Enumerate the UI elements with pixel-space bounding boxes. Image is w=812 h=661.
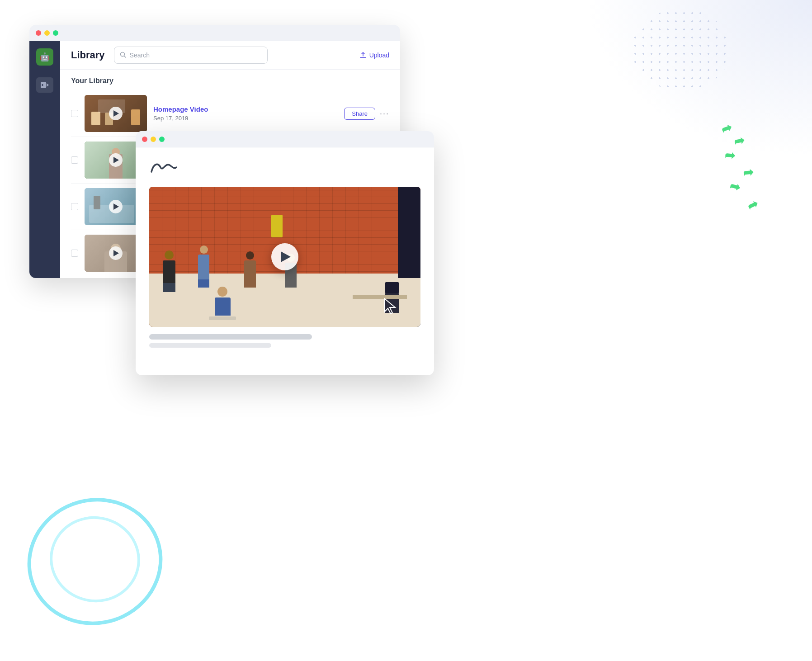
more-options-1[interactable]: ···: [380, 109, 389, 118]
yellow-cabinet: [271, 215, 283, 237]
decorative-arrows: ➦ ➦ ➦ ➦ ➦ ➦: [720, 118, 758, 212]
video-title-1[interactable]: Homepage Video: [153, 105, 338, 113]
video-info-1: Homepage Video Sep 17, 2019: [153, 105, 338, 122]
upload-button[interactable]: Upload: [359, 52, 389, 59]
front-dot-green: [159, 137, 165, 142]
video-actions-1: Share ···: [344, 108, 389, 120]
table: [353, 295, 407, 299]
share-button-1[interactable]: Share: [344, 108, 375, 120]
traffic-dot-green: [53, 30, 58, 36]
video-checkbox-1[interactable]: [71, 110, 78, 117]
section-title: Your Library: [71, 77, 389, 85]
svg-line-5: [124, 56, 126, 57]
app-header: Library Search Upload: [60, 41, 400, 70]
search-bar[interactable]: Search: [114, 47, 268, 64]
video-checkbox-3[interactable]: [71, 203, 78, 210]
search-icon: [120, 52, 126, 59]
traffic-dot-red: [36, 30, 41, 36]
brand-logo: [149, 158, 420, 179]
person-silhouette-1: [163, 250, 175, 292]
traffic-dot-yellow: [44, 30, 50, 36]
decorative-dots: [631, 9, 731, 90]
meta-line-2: [149, 343, 271, 348]
person-silhouette-5: [209, 287, 236, 320]
play-button-3[interactable]: [109, 200, 123, 213]
video-meta: [149, 334, 420, 348]
video-checkbox-4[interactable]: [71, 250, 78, 257]
dark-window: [398, 187, 420, 278]
page-title: Library: [71, 49, 105, 61]
front-dot-yellow: [151, 137, 156, 142]
app-logo: 🤖: [36, 48, 53, 66]
big-play-button[interactable]: [271, 243, 298, 270]
monitor: [385, 282, 399, 293]
big-play-triangle: [281, 251, 291, 262]
office-scene: [149, 187, 420, 327]
video-player-background: [149, 187, 420, 327]
video-player-browser-window: [136, 131, 434, 375]
front-dot-red: [142, 137, 147, 142]
video-checkbox-2[interactable]: [71, 156, 78, 164]
video-thumbnail-1[interactable]: [85, 95, 147, 132]
search-placeholder: Search: [130, 52, 150, 59]
meta-line-1: [149, 334, 312, 340]
video-item-1: Homepage Video Sep 17, 2019 Share ···: [71, 90, 389, 137]
svg-marker-1: [47, 83, 49, 87]
video-player[interactable]: [149, 187, 420, 327]
front-window-content: [136, 147, 434, 375]
person-silhouette-2: [198, 246, 209, 288]
video-date-1: Sep 17, 2019: [153, 115, 338, 122]
mouse-cursor: [382, 297, 399, 316]
play-button-1[interactable]: [109, 107, 123, 120]
sidebar: 🤖: [29, 41, 60, 278]
play-button-2[interactable]: [109, 153, 123, 167]
upload-label: Upload: [369, 52, 389, 59]
browser-titlebar-back: [29, 25, 400, 41]
person-silhouette-3: [244, 251, 256, 288]
svg-marker-6: [384, 298, 395, 314]
browser-titlebar-front: [136, 131, 434, 147]
play-button-4[interactable]: [109, 246, 123, 260]
sidebar-icon-video[interactable]: [36, 77, 53, 93]
